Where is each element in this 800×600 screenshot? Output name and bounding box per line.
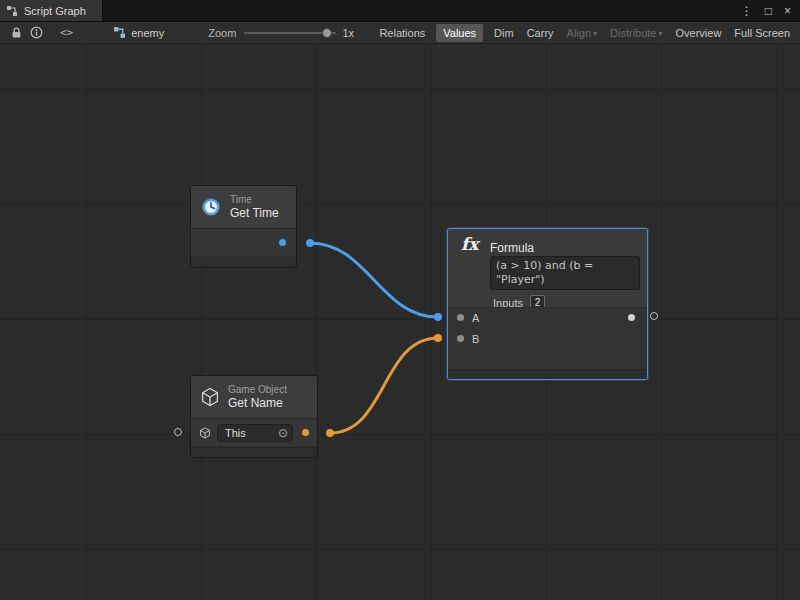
window-controls: ⋮ □ × (741, 0, 800, 21)
wire-getname-to-formula-b[interactable] (330, 338, 438, 433)
port-label-b: B (472, 333, 479, 345)
output-port-time-value[interactable] (279, 239, 286, 246)
wire-end-dot[interactable] (434, 313, 442, 321)
zoom-value: 1x (342, 27, 354, 39)
formula-fx-icon: fx (461, 234, 478, 254)
toolbar-button-values[interactable]: Values (436, 24, 483, 42)
wire-start-dot[interactable] (326, 429, 334, 437)
chevron-down-icon: ▾ (659, 29, 663, 38)
input-port-a[interactable] (457, 314, 464, 321)
node-get-time[interactable]: Time Get Time (190, 185, 297, 268)
output-port-result[interactable] (628, 314, 635, 321)
node-title: Formula (490, 241, 534, 255)
target-object-field[interactable]: This ⊙ (217, 424, 293, 442)
window-menu-icon[interactable]: ⋮ (741, 5, 753, 17)
toolbar-buttons: Relations Values Dim Carry Align▾ Distri… (377, 24, 794, 42)
input-port-b[interactable] (457, 335, 464, 342)
node-title: Get Name (228, 396, 287, 410)
cube-icon-small (199, 427, 211, 439)
toolbar-button-carry[interactable]: Carry (525, 24, 556, 42)
graph-asset-icon (113, 26, 126, 39)
node-get-name-ports: This ⊙ (191, 419, 317, 446)
wire-end-dot[interactable] (434, 334, 442, 342)
maximize-icon[interactable]: □ (765, 5, 772, 17)
node-formula[interactable]: fx Formula (a > 10) and (b = "Player") I… (447, 228, 648, 380)
wire-time-to-formula-a[interactable] (310, 243, 438, 317)
graph-canvas[interactable]: Time Get Time fx Formula (a > 10) and (b… (0, 44, 800, 600)
toolbar-button-distribute[interactable]: Distribute▾ (608, 24, 664, 42)
toolbar-button-overview[interactable]: Overview (674, 24, 724, 42)
zoom-label: Zoom (208, 27, 236, 39)
script-graph-icon (6, 5, 18, 17)
node-footer (191, 257, 296, 267)
node-get-name[interactable]: Game Object Get Name This ⊙ (190, 375, 318, 458)
node-footer (448, 369, 647, 379)
node-title: Get Time (230, 206, 279, 220)
zoom-slider[interactable] (244, 22, 336, 44)
toolbar-button-fullscreen[interactable]: Full Screen (732, 24, 792, 42)
node-get-name-header[interactable]: Game Object Get Name (191, 376, 317, 419)
info-icon[interactable] (26, 24, 46, 42)
graph-name-label: enemy (131, 27, 164, 39)
lock-icon[interactable] (6, 24, 26, 42)
node-category: Time (230, 194, 279, 206)
close-icon[interactable]: × (784, 5, 791, 17)
clock-icon (200, 196, 222, 218)
node-get-time-ports (191, 229, 296, 256)
formula-expression-input[interactable]: (a > 10) and (b = "Player") (490, 256, 640, 290)
tab-title: Script Graph (24, 5, 86, 17)
output-port-ring[interactable] (650, 312, 658, 320)
zoom-slider-thumb[interactable] (322, 28, 332, 38)
target-object-value: This (225, 427, 246, 439)
node-category: Game Object (228, 384, 287, 396)
node-footer (191, 447, 317, 457)
input-port-ring-target[interactable] (174, 428, 182, 436)
graph-asset-reference[interactable]: enemy (113, 26, 164, 39)
wire-start-dot[interactable] (306, 239, 314, 247)
node-get-time-header[interactable]: Time Get Time (191, 186, 296, 229)
chevron-down-icon: ▾ (593, 29, 597, 38)
toolbar-button-align[interactable]: Align▾ (565, 24, 599, 42)
window-titlebar: Script Graph ⋮ □ × (0, 0, 800, 22)
output-port-name[interactable] (302, 429, 309, 436)
tab-script-graph[interactable]: Script Graph (0, 0, 103, 21)
object-picker-icon[interactable]: ⊙ (278, 427, 288, 439)
port-label-a: A (472, 312, 479, 324)
wires-layer (0, 44, 800, 600)
graph-toolbar: <> enemy Zoom 1x Relations Values Dim Ca… (0, 22, 800, 44)
script-graph-window: Script Graph ⋮ □ × <> (0, 0, 800, 600)
toolbar-button-dim[interactable]: Dim (492, 24, 516, 42)
edit-code-icon[interactable]: <> (60, 26, 73, 39)
cube-icon (200, 387, 220, 407)
toolbar-button-relations[interactable]: Relations (377, 24, 427, 42)
